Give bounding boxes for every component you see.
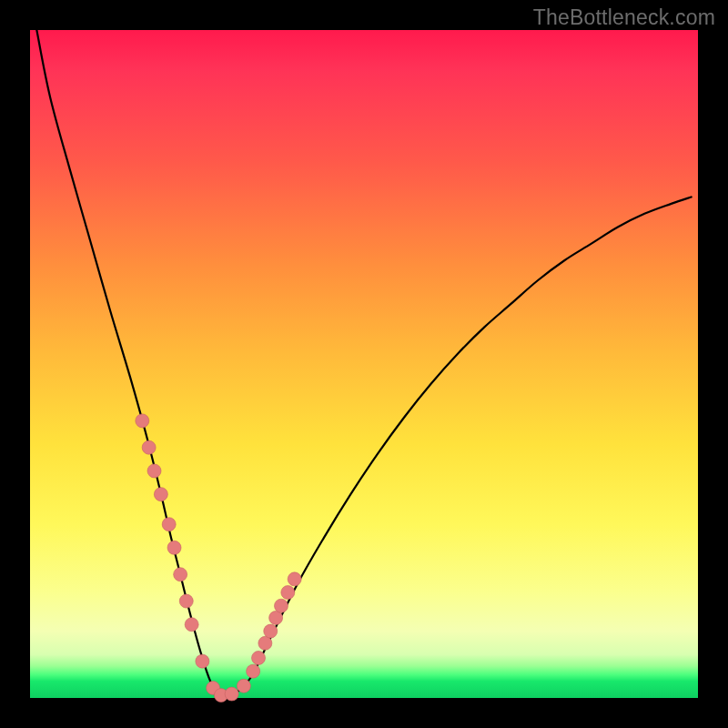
highlight-bead [252, 651, 266, 664]
plot-area [30, 30, 698, 698]
highlight-bead [237, 679, 250, 693]
outer-frame: TheBottleneck.com [0, 0, 728, 728]
highlight-bead [162, 518, 176, 531]
chart-svg [30, 30, 698, 698]
highlight-bead [147, 464, 161, 478]
highlight-beads [136, 414, 301, 703]
highlight-bead [274, 599, 288, 612]
highlight-bead [167, 541, 181, 554]
highlight-bead [247, 664, 260, 678]
bottleneck-curve [36, 30, 691, 697]
highlight-bead [154, 488, 167, 501]
highlight-bead [174, 568, 187, 581]
highlight-bead [196, 654, 209, 668]
highlight-bead [269, 611, 283, 624]
highlight-bead [258, 636, 272, 650]
highlight-bead [281, 586, 295, 600]
highlight-bead [179, 594, 193, 608]
highlight-bead [288, 572, 301, 586]
highlight-bead [136, 414, 149, 428]
highlight-bead [185, 618, 198, 632]
highlight-bead [225, 687, 238, 701]
highlight-bead [142, 440, 156, 454]
watermark-text: TheBottleneck.com [533, 5, 715, 30]
highlight-bead [264, 624, 278, 638]
